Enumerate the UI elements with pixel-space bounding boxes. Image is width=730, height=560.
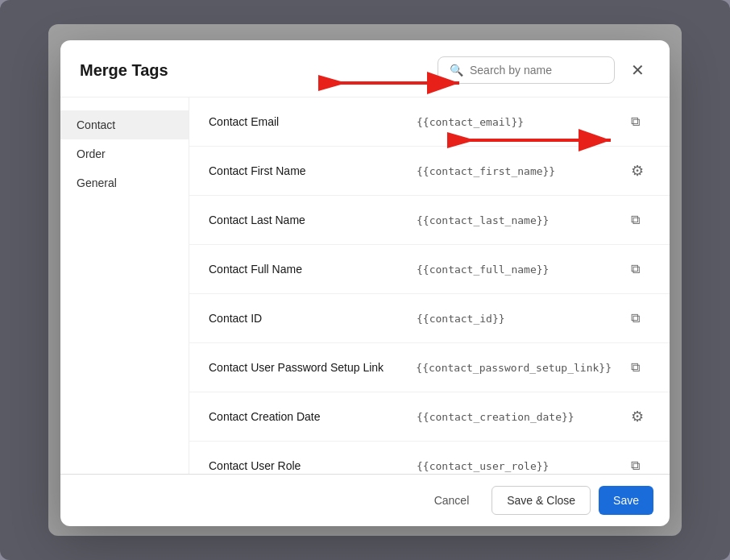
modal-header-right: 🔍 ✕: [438, 56, 650, 84]
copy-button[interactable]: ⧉: [624, 305, 650, 331]
merge-tag-value: {{contact_last_name}}: [417, 214, 612, 226]
table-row: Contact Creation Date{{contact_creation_…: [189, 392, 670, 442]
table-row: Contact First Name{{contact_first_name}}…: [189, 147, 670, 196]
sidebar-item-order[interactable]: Order: [60, 139, 189, 168]
merge-tag-name: Contact Email: [209, 115, 404, 128]
copy-icon: ⧉: [631, 458, 644, 473]
copy-icon: ⧉: [631, 311, 644, 326]
merge-tag-value: {{contact_password_setup_link}}: [416, 362, 612, 374]
merge-tag-name: Contact Full Name: [209, 263, 404, 276]
cancel-button[interactable]: Cancel: [420, 486, 484, 515]
merge-tag-name: Contact First Name: [209, 164, 404, 177]
footer-bar: Cancel Save & Close Save: [60, 474, 670, 526]
copy-icon: ⧉: [631, 213, 644, 227]
merge-tags-list: Contact Email{{contact_email}}⧉Contact F…: [189, 97, 670, 520]
merge-tag-value: {{contact_email}}: [417, 116, 612, 128]
search-input[interactable]: [470, 64, 603, 77]
copy-icon: ⧉: [631, 114, 644, 129]
table-row: Contact ID{{contact_id}}⧉: [189, 294, 670, 343]
save-button[interactable]: Save: [599, 486, 653, 515]
sidebar: Contact Order General: [60, 97, 189, 520]
merge-tag-value: {{contact_full_name}}: [417, 263, 612, 276]
merge-tag-name: Contact ID: [209, 312, 404, 325]
merge-tag-name: Contact User Role: [209, 459, 404, 472]
sidebar-item-contact[interactable]: Contact: [60, 110, 189, 139]
settings-button[interactable]: ⚙: [624, 158, 650, 184]
table-row: Contact User Password Setup Link{{contac…: [189, 343, 670, 392]
merge-tag-value: {{contact_creation_date}}: [417, 411, 612, 423]
search-box[interactable]: 🔍: [438, 56, 615, 84]
copy-icon: ⧉: [631, 262, 644, 276]
merge-tags-modal: Merge Tags 🔍 ✕ Contact Order General Co: [60, 40, 670, 520]
gear-icon: ⚙: [631, 408, 644, 425]
copy-button[interactable]: ⧉: [624, 207, 650, 233]
sidebar-item-general[interactable]: General: [60, 168, 189, 197]
table-row: Contact Full Name{{contact_full_name}}⧉: [189, 245, 670, 294]
modal-header: Merge Tags 🔍 ✕: [60, 40, 670, 97]
merge-tag-name: Contact Last Name: [209, 214, 404, 226]
modal-body: Contact Order General Contact Email{{con…: [60, 97, 670, 520]
copy-button[interactable]: ⧉: [624, 109, 650, 135]
merge-tag-name: Contact User Password Setup Link: [209, 361, 403, 374]
gear-icon: ⚙: [631, 162, 644, 180]
merge-tag-value: {{contact_id}}: [417, 313, 612, 325]
merge-tag-value: {{contact_first_name}}: [417, 165, 612, 177]
copy-button[interactable]: ⧉: [624, 355, 650, 380]
merge-tag-value: {{contact_user_role}}: [417, 460, 612, 472]
modal-title: Merge Tags: [80, 61, 168, 80]
save-close-button[interactable]: Save & Close: [492, 486, 591, 515]
search-icon: 🔍: [450, 64, 463, 77]
copy-button[interactable]: ⧉: [624, 256, 650, 282]
table-row: Contact Email{{contact_email}}⧉: [189, 97, 670, 147]
merge-tag-name: Contact Creation Date: [209, 410, 404, 423]
modal-close-button[interactable]: ✕: [624, 57, 650, 83]
table-row: Contact Last Name{{contact_last_name}}⧉: [189, 196, 670, 245]
settings-button[interactable]: ⚙: [624, 404, 650, 429]
copy-icon: ⧉: [631, 360, 644, 375]
